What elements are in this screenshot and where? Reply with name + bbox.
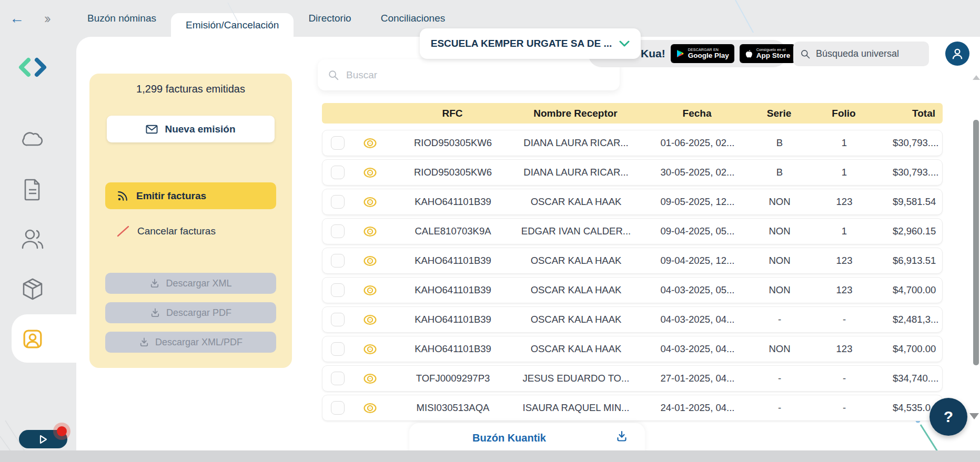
table-row[interactable]: MISI030513AQA ISAURA RAQUEL MIN... 24-01… bbox=[322, 395, 943, 421]
row-checkbox[interactable] bbox=[331, 254, 345, 268]
table-row[interactable]: RIOD950305KW6 DIANA LAURA RICAR... 30-05… bbox=[322, 159, 943, 186]
scrollbar-up-arrow[interactable] bbox=[973, 75, 980, 80]
download-pdf-button[interactable]: Descargar PDF bbox=[105, 302, 276, 323]
row-checkbox[interactable] bbox=[331, 224, 345, 238]
cell-folio: 123 bbox=[796, 196, 893, 208]
cell-fecha: 30-05-2025, 02... bbox=[632, 167, 763, 178]
package-icon[interactable] bbox=[22, 278, 44, 301]
table-row[interactable]: KAHO641101B39 OSCAR KALA HAAK 04-03-2025… bbox=[322, 277, 943, 303]
help-button[interactable]: ? bbox=[930, 398, 967, 436]
download-icon[interactable] bbox=[615, 430, 628, 445]
invoice-rows: RIOD950305KW6 DIANA LAURA RICAR... 01-06… bbox=[322, 130, 943, 424]
cell-rfc: KAHO641101B39 bbox=[386, 284, 520, 296]
buzon-kuantik-label[interactable]: Buzón Kuantik bbox=[472, 432, 546, 444]
cell-fecha: 04-03-2025, 04... bbox=[632, 343, 763, 355]
cell-nombre: OSCAR KALA HAAK bbox=[520, 343, 632, 355]
cell-total: $2,481,3... bbox=[893, 314, 946, 325]
back-arrow-icon[interactable]: ← bbox=[9, 10, 24, 27]
row-checkbox[interactable] bbox=[331, 313, 345, 326]
cell-folio: 123 bbox=[796, 343, 893, 355]
table-row[interactable]: CALE810703K9A EDGAR IVAN CALDER... 09-04… bbox=[322, 218, 943, 244]
eye-icon[interactable] bbox=[354, 283, 386, 297]
scrollbar-thumb[interactable] bbox=[973, 120, 979, 365]
row-checkbox[interactable] bbox=[331, 401, 345, 415]
active-sidebar-notch bbox=[12, 314, 76, 363]
eye-icon[interactable] bbox=[354, 224, 386, 239]
cell-folio: - bbox=[796, 314, 893, 325]
universal-search-input[interactable] bbox=[816, 48, 921, 59]
download-xml-pdf-button[interactable]: Descargar XML/PDF bbox=[105, 332, 276, 353]
table-row[interactable]: KAHO641101B39 OSCAR KALA HAAK 04-03-2025… bbox=[322, 306, 943, 333]
cell-nombre: EDGAR IVAN CALDER... bbox=[520, 225, 632, 237]
eye-icon[interactable] bbox=[354, 342, 386, 356]
cell-rfc: TOFJ0009297P3 bbox=[386, 373, 520, 384]
col-nombre-receptor: Nombre Receptor bbox=[520, 108, 631, 119]
download-xml-button[interactable]: Descargar XML bbox=[105, 273, 276, 294]
table-search-input[interactable] bbox=[346, 69, 599, 81]
download-icon bbox=[149, 278, 160, 289]
company-selector-dropdown[interactable]: ESCUELA KEMPER URGATE SA DE ... bbox=[420, 28, 641, 59]
os-taskbar bbox=[0, 450, 980, 462]
cell-rfc: RIOD950305KW6 bbox=[386, 137, 520, 149]
expand-chevrons-icon[interactable]: ›› bbox=[44, 11, 49, 26]
cell-folio: - bbox=[796, 402, 893, 414]
badge-line2: App Store bbox=[756, 52, 791, 59]
cell-fecha: 27-01-2025, 04... bbox=[632, 373, 763, 384]
invoices-emitted-count: 1,299 facturas emitidas bbox=[89, 83, 292, 95]
col-fecha: Fecha bbox=[631, 108, 763, 119]
cell-folio: 123 bbox=[796, 284, 893, 296]
tab-buzon-nominas[interactable]: Buzón nóminas bbox=[73, 0, 171, 37]
table-row[interactable]: RIOD950305KW6 DIANA LAURA RICAR... 01-06… bbox=[322, 130, 943, 156]
apple-icon bbox=[745, 49, 753, 58]
table-row[interactable]: TOFJ0009297P3 JESUS EDUARDO TO... 27-01-… bbox=[322, 365, 943, 392]
eye-icon[interactable] bbox=[354, 313, 386, 327]
cell-serie: - bbox=[763, 402, 796, 414]
table-search[interactable] bbox=[318, 59, 620, 90]
row-checkbox[interactable] bbox=[331, 136, 345, 150]
code-brackets-logo[interactable] bbox=[18, 56, 47, 79]
eye-icon[interactable] bbox=[354, 254, 386, 268]
row-checkbox[interactable] bbox=[331, 342, 345, 356]
cell-folio: 1 bbox=[796, 137, 893, 149]
cancel-invoices-item[interactable]: Cancelar facturas bbox=[105, 221, 276, 242]
cell-fecha: 09-04-2025, 12... bbox=[632, 255, 763, 266]
cloud-icon[interactable] bbox=[22, 130, 44, 147]
cell-fecha: 04-03-2025, 04... bbox=[632, 314, 763, 325]
cell-total: $6,913.51 bbox=[893, 255, 943, 266]
tab-directorio[interactable]: Directorio bbox=[294, 0, 366, 37]
cell-nombre: OSCAR KALA HAAK bbox=[520, 284, 632, 296]
document-icon[interactable] bbox=[23, 179, 42, 201]
col-rfc: RFC bbox=[385, 108, 520, 119]
eye-icon[interactable] bbox=[354, 136, 386, 150]
cell-nombre: OSCAR KALA HAAK bbox=[520, 255, 632, 266]
table-row[interactable]: KAHO641101B39 OSCAR KALA HAAK 04-03-2025… bbox=[322, 336, 943, 362]
eye-icon[interactable] bbox=[354, 372, 386, 386]
row-checkbox[interactable] bbox=[331, 372, 345, 385]
row-checkbox[interactable] bbox=[331, 166, 345, 179]
eye-icon[interactable] bbox=[354, 401, 386, 415]
envelope-icon bbox=[146, 125, 158, 134]
cell-serie: NON bbox=[763, 343, 796, 355]
user-avatar[interactable] bbox=[945, 42, 969, 66]
new-emission-button[interactable]: Nueva emisión bbox=[107, 116, 275, 142]
download-xml-pdf-label: Descargar XML/PDF bbox=[155, 337, 243, 348]
row-checkbox[interactable] bbox=[331, 283, 345, 297]
emit-invoices-item[interactable]: Emitir facturas bbox=[105, 182, 276, 209]
table-row[interactable]: KAHO641101B39 OSCAR KALA HAAK 09-04-2025… bbox=[322, 248, 943, 274]
app-store-badge[interactable]: Consíguelo en el App Store bbox=[740, 44, 796, 63]
cell-serie: - bbox=[763, 314, 796, 325]
scrollbar-down-arrow[interactable] bbox=[969, 413, 979, 419]
table-row[interactable]: KAHO641101B39 OSCAR KALA HAAK 09-05-2025… bbox=[322, 189, 943, 215]
universal-search[interactable] bbox=[793, 42, 929, 66]
google-play-badge[interactable]: DESCARGAR EN Google Play bbox=[671, 44, 734, 63]
cell-rfc: KAHO641101B39 bbox=[386, 196, 520, 208]
promo-text: Kua! bbox=[641, 47, 665, 60]
tab-emision-cancelacion[interactable]: Emisión/Cancelación bbox=[171, 13, 294, 37]
cell-folio: 1 bbox=[796, 167, 893, 178]
row-checkbox[interactable] bbox=[331, 195, 345, 209]
eye-icon[interactable] bbox=[354, 195, 386, 209]
contact-card-icon[interactable] bbox=[23, 329, 43, 349]
users-icon[interactable] bbox=[21, 228, 44, 250]
cell-fecha: 01-06-2025, 02... bbox=[632, 137, 763, 149]
eye-icon[interactable] bbox=[354, 166, 386, 180]
